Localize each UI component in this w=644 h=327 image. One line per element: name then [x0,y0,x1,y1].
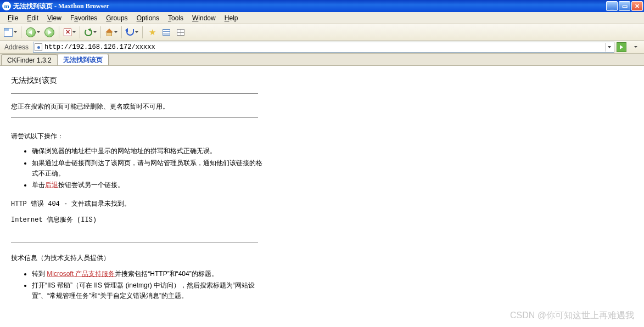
home-button[interactable] [104,26,119,39]
tech-list: 转到 Microsoft 产品支持服务并搜索包括“HTTP”和“404”的标题。… [32,269,268,302]
stop-icon: ✕ [64,29,71,36]
ms-support-link[interactable]: Microsoft 产品支持服务 [47,270,115,278]
close-button[interactable]: ✕ [631,1,643,11]
menu-favorites[interactable]: Favorites [66,13,102,23]
url-box[interactable] [33,42,614,53]
grid-button[interactable] [174,26,187,39]
back-link[interactable]: 后退 [45,181,58,189]
divider [11,243,258,243]
menu-window[interactable]: Window [188,13,220,23]
address-extra-button[interactable] [629,41,642,54]
maximize-button[interactable]: ▭ [619,1,630,11]
menu-groups[interactable]: Groups [102,13,132,23]
list-icon [163,29,170,36]
url-dropdown-button[interactable] [605,43,613,52]
go-button[interactable] [617,42,626,52]
separator [121,26,122,38]
url-input[interactable] [44,43,605,52]
address-label: Address [2,43,31,51]
menu-view[interactable]: View [43,13,66,23]
suggestion-list: 确保浏览器的地址栏中显示的网站地址的拼写和格式正确无误。 如果通过单击链接而到达… [32,146,268,190]
back-icon [26,27,36,37]
forward-button[interactable] [43,26,56,39]
divider [11,93,258,94]
list-item: 转到 Microsoft 产品支持服务并搜索包括“HTTP”和“404”的标题。 [32,269,268,279]
favorites-button[interactable]: ★ [145,26,159,39]
menu-help[interactable]: Help [220,13,243,23]
separator [142,26,143,38]
window-buttons: _ ▭ ✕ [606,1,643,11]
separator [100,26,101,38]
iis-line: Internet 信息服务 (IIS) [11,215,633,225]
tab-label: CKFinder 1.3.2 [7,57,52,64]
list-item: 单击后退按钮尝试另一个链接。 [32,180,268,190]
app-icon: m [2,2,11,10]
tech-info-section: 技术信息（为技术支持人员提供） 转到 Microsoft 产品支持服务并搜索包括… [11,253,633,302]
address-bar: Address [0,41,644,54]
tab-bar: CKFinder 1.3.2 无法找到该页 [0,54,644,66]
error-description: 您正在搜索的页面可能已经删除、更名或暂时不可用。 [11,102,633,112]
undo-button[interactable] [125,26,139,39]
menu-tools[interactable]: Tools [164,13,188,23]
new-tab-button[interactable] [2,26,18,39]
tech-heading: 技术信息（为技术支持人员提供） [11,253,633,263]
list-item: 如果通过单击链接而到达了该网页，请与网站管理员联系，通知他们该链接的格式不正确。 [32,158,268,179]
tab-ckfinder[interactable]: CKFinder 1.3.2 [1,54,58,65]
menu-bar: File Edit View Favorites Groups Options … [0,12,644,24]
grid-icon [177,29,184,36]
list-item: 确保浏览器的地址栏中显示的网站地址的拼写和格式正确无误。 [32,146,268,156]
separator [59,26,59,38]
list-button[interactable] [160,26,173,39]
page-content: 无法找到该页 您正在搜索的页面可能已经删除、更名或暂时不可用。 请尝试以下操作：… [0,66,644,327]
new-page-icon [4,28,13,37]
undo-icon [126,29,134,36]
forward-icon [44,27,54,37]
toolbar: ✕ ★ [0,24,644,41]
menu-edit[interactable]: Edit [23,13,43,23]
minimize-button[interactable]: _ [606,1,618,11]
stop-button[interactable]: ✕ [62,26,77,39]
separator [80,26,80,38]
page-type-icon [35,43,42,51]
tab-error-page[interactable]: 无法找到该页 [57,54,109,65]
separator [21,26,21,38]
menu-file[interactable]: File [3,13,23,23]
list-item: 打开“IIS 帮助”（可在 IIS 管理器 (inetmgr) 中访问），然后搜… [32,280,268,301]
divider [11,117,258,118]
home-icon [105,29,113,36]
reload-icon [85,29,92,36]
star-icon: ★ [149,27,156,37]
http-error-line: HTTP 错误 404 - 文件或目录未找到。 [11,199,633,210]
tab-label: 无法找到该页 [63,55,103,65]
reload-button[interactable] [83,26,98,39]
window-title: 无法找到该页 - Maxthon Browser [13,2,606,11]
back-button[interactable] [24,26,42,39]
title-bar: m 无法找到该页 - Maxthon Browser _ ▭ ✕ [0,0,644,12]
error-heading: 无法找到该页 [11,76,633,86]
try-label: 请尝试以下操作： [11,131,633,142]
menu-options[interactable]: Options [132,13,164,23]
